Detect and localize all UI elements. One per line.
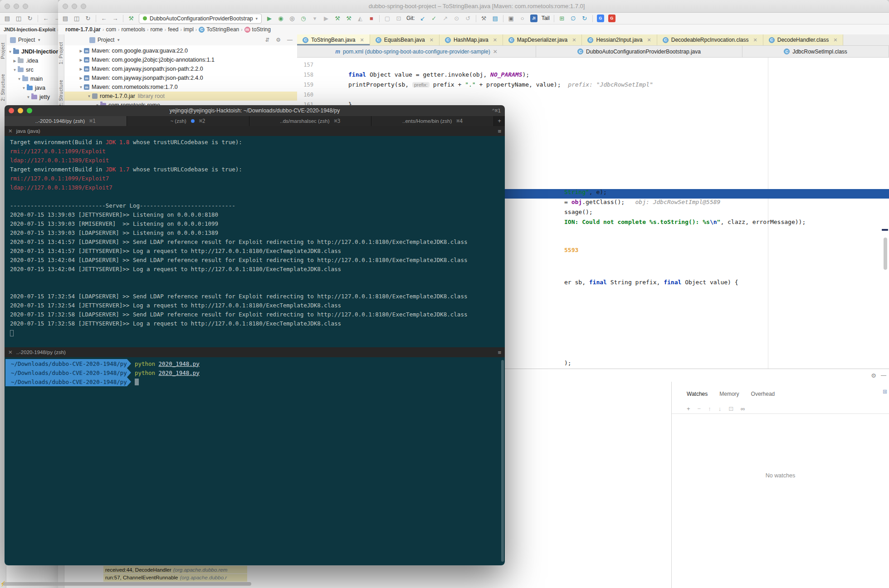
attach-icon[interactable]: ◭ bbox=[357, 15, 364, 22]
tree-expand-icon[interactable]: ▼ bbox=[25, 95, 31, 99]
menu-icon[interactable]: ≡ bbox=[498, 128, 501, 135]
breadcrumb-item[interactable]: rometools bbox=[121, 26, 145, 33]
save-icon[interactable]: ◫ bbox=[15, 15, 22, 22]
tab-overhead[interactable]: Overhead bbox=[751, 391, 775, 397]
tail-label[interactable]: Tail bbox=[542, 15, 550, 22]
tool-button-project[interactable]: Project bbox=[0, 37, 6, 64]
close-icon[interactable] bbox=[63, 4, 68, 9]
editor-tab[interactable]: CHessian2Input.java✕ bbox=[582, 34, 657, 45]
tree-expand-icon[interactable]: ▶ bbox=[78, 67, 84, 71]
menu-icon[interactable]: ≡ bbox=[498, 349, 501, 356]
breadcrumb-item[interactable]: mtoString bbox=[244, 26, 271, 33]
frame-row[interactable]: run:57, ChannelEventRunnable(org.apache.… bbox=[103, 574, 247, 582]
breadcrumb-item[interactable]: JNDI-Injection-Exploit bbox=[4, 27, 55, 32]
error-stripe-exec[interactable] bbox=[882, 194, 888, 195]
close-icon[interactable]: ✕ bbox=[833, 37, 837, 43]
zoom-icon[interactable] bbox=[23, 4, 28, 9]
window1-project-panel-header[interactable]: Project ▼ bbox=[6, 34, 58, 45]
breadcrumb-item[interactable]: com bbox=[106, 26, 116, 33]
terminal-icon[interactable]: ▣ bbox=[508, 15, 515, 22]
error-stripe-mark[interactable] bbox=[882, 229, 888, 231]
build-icon[interactable]: ⚒ bbox=[127, 15, 135, 22]
tool-button-structure[interactable]: 2: Structure bbox=[0, 67, 6, 108]
tree-item[interactable]: ▼JNDI-Injection-E bbox=[6, 47, 58, 56]
window2-titlebar[interactable]: dubbo-spring-boot-project – ToStringBean… bbox=[58, 0, 889, 13]
search-icon[interactable]: ○ bbox=[519, 15, 526, 22]
run-configuration-select[interactable]: DubboAutoConfigurationProviderBootstrap▾ bbox=[139, 14, 262, 24]
run-disabled-icon[interactable]: ▶ bbox=[322, 15, 330, 22]
minimize-icon[interactable] bbox=[14, 4, 19, 9]
zoom-icon[interactable] bbox=[81, 4, 86, 9]
gear-icon[interactable]: ⚙ bbox=[871, 372, 876, 379]
tree-expand-icon[interactable]: ▼ bbox=[86, 94, 92, 98]
watches-separator[interactable] bbox=[671, 382, 672, 588]
tool-button-project[interactable]: 1: Project bbox=[58, 37, 64, 69]
terminal-pane1-header[interactable]: ✕ java (java) ≡ bbox=[5, 126, 505, 136]
settings-folder-icon[interactable]: ▤ bbox=[492, 15, 499, 22]
wrench-icon[interactable]: ⚒ bbox=[480, 15, 488, 22]
add-watch-icon[interactable]: + bbox=[687, 405, 690, 412]
open-folder-icon[interactable]: ▤ bbox=[4, 15, 11, 22]
git-commit-icon[interactable]: ✓ bbox=[430, 15, 438, 22]
close-icon[interactable]: ✕ bbox=[647, 37, 651, 43]
gear-icon[interactable]: ⚙ bbox=[276, 37, 281, 43]
tree-item[interactable]: ▶.idea bbox=[6, 56, 58, 65]
new-tab-button[interactable]: + bbox=[494, 116, 505, 126]
breadcrumb-item[interactable]: rome-1.7.0.jar bbox=[65, 26, 101, 33]
hide-panel-icon[interactable]: — bbox=[881, 372, 886, 379]
terminal-pane2-header[interactable]: ✕ ..-2020-1948/py (zsh) ≡ bbox=[5, 347, 505, 357]
tree-item[interactable]: ▼main bbox=[6, 74, 58, 83]
git-label[interactable]: Git: bbox=[406, 15, 415, 22]
layout-settings-icon[interactable]: ⊞ bbox=[883, 389, 887, 395]
close-icon[interactable] bbox=[5, 4, 10, 9]
tree-expand-icon[interactable]: ▼ bbox=[21, 86, 27, 90]
editor-tab[interactable]: CToStringBean.java✕ bbox=[297, 34, 370, 45]
close-icon[interactable]: ✕ bbox=[572, 37, 576, 43]
tree-expand-icon[interactable]: ▶ bbox=[78, 76, 84, 80]
terminal-tab[interactable]: ..-2020-1948/py (zsh)⌘1 bbox=[5, 116, 127, 126]
translate-icon[interactable]: G bbox=[597, 15, 604, 22]
editor-tab[interactable]: CDubboAutoConfigurationProviderBootstrap… bbox=[536, 46, 742, 57]
open-folder-icon[interactable]: ▤ bbox=[62, 15, 69, 22]
terminal-tab[interactable]: ..ents/Home/bin (zsh)⌘4 bbox=[371, 116, 494, 126]
terminal-titlebar[interactable]: yejingqi@yejingqis-Hacktoish: ~/Download… bbox=[5, 105, 505, 116]
git-push-icon[interactable]: ↗ bbox=[442, 15, 449, 22]
window2-traffic-lights[interactable] bbox=[63, 4, 86, 9]
step-cycle-icon[interactable]: ↻ bbox=[581, 15, 588, 22]
terminal-scrollbar[interactable] bbox=[501, 360, 504, 562]
tree-item[interactable]: ▼rome-1.7.0.jarlibrary root bbox=[64, 92, 297, 101]
close-icon[interactable]: ✕ bbox=[753, 37, 757, 43]
hide-windows-icon[interactable]: ⊡ bbox=[395, 15, 402, 22]
tree-item[interactable]: ▼jetty bbox=[6, 92, 58, 102]
sync-icon[interactable]: ↻ bbox=[26, 15, 34, 22]
back-icon[interactable]: ← bbox=[100, 15, 107, 22]
tree-item[interactable]: ▼mMaven: com.rometools:rome:1.7.0 bbox=[64, 83, 297, 92]
restore-layout-icon[interactable]: ▢ bbox=[384, 15, 391, 22]
forward-icon[interactable]: → bbox=[54, 15, 58, 22]
window1-traffic-lights[interactable] bbox=[5, 4, 28, 9]
tab-watches[interactable]: Watches bbox=[687, 391, 708, 397]
profiler-icon[interactable]: ◷ bbox=[300, 15, 307, 22]
stop-icon[interactable]: ■ bbox=[368, 15, 375, 22]
tree-item[interactable]: ▼src bbox=[6, 65, 58, 74]
debug-icon[interactable]: ◉ bbox=[277, 15, 284, 22]
run-jdk7-icon[interactable]: ⚒ bbox=[345, 15, 352, 22]
editor-tab[interactable]: CMapDeserializer.java✕ bbox=[503, 34, 582, 45]
save-icon[interactable]: ◫ bbox=[73, 15, 80, 22]
close-icon[interactable]: ✕ bbox=[8, 128, 13, 134]
tree-expand-icon[interactable]: ▼ bbox=[16, 77, 22, 81]
window2-project-panel-header[interactable]: Project ▼ ⇵ ⚙ — bbox=[64, 34, 297, 45]
editor-tab[interactable]: CDecodeHandler.class✕ bbox=[763, 34, 844, 45]
translate-alt-icon[interactable]: G bbox=[608, 15, 615, 22]
tree-expand-icon[interactable]: ▼ bbox=[12, 68, 18, 72]
show-watches-icon[interactable]: ∞ bbox=[741, 405, 745, 412]
tree-expand-icon[interactable]: ▼ bbox=[78, 85, 84, 89]
close-icon[interactable]: ✕ bbox=[430, 37, 434, 43]
editor-tab[interactable]: mpom.xml (dubbo-spring-boot-auto-configu… bbox=[297, 46, 536, 57]
terminal-tab[interactable]: ..ds/marshalsec (zsh)⌘3 bbox=[249, 116, 372, 126]
run-icon[interactable]: ▶ bbox=[266, 15, 273, 22]
rollback-icon[interactable]: ↺ bbox=[464, 15, 472, 22]
editor-tab[interactable]: CJdbcRowSetImpl.class bbox=[742, 46, 889, 57]
move-down-icon[interactable]: ↓ bbox=[718, 405, 722, 412]
frames-hscrollbar[interactable] bbox=[3, 582, 251, 586]
